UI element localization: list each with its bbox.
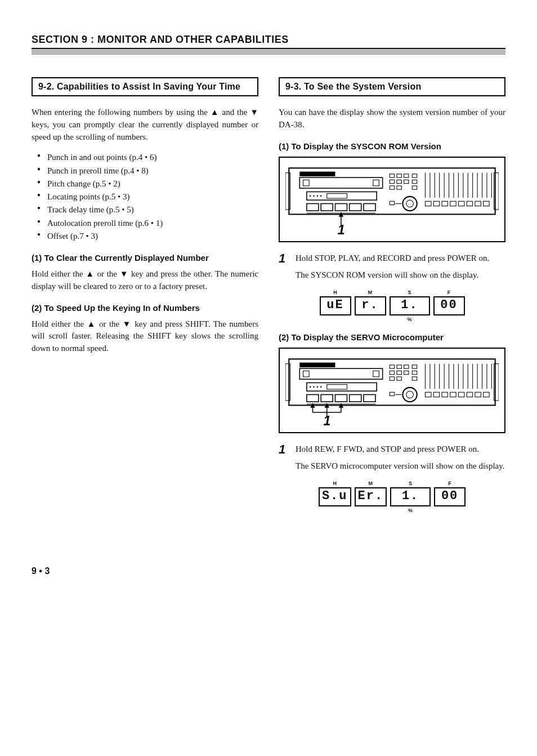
svg-point-9 bbox=[313, 195, 315, 197]
svg-rect-50 bbox=[433, 201, 440, 206]
svg-text:1: 1 bbox=[323, 413, 330, 426]
left-sub2: (2) To Speed Up the Keying In of Numbers bbox=[32, 303, 258, 313]
svg-rect-24 bbox=[397, 180, 401, 183]
step-text: Hold REW, F FWD, and STOP and press POWE… bbox=[296, 443, 479, 456]
svg-rect-27 bbox=[390, 185, 394, 189]
svg-rect-30 bbox=[390, 201, 394, 204]
svg-rect-16 bbox=[350, 203, 361, 211]
seg-m: r. bbox=[355, 296, 386, 315]
svg-rect-6 bbox=[373, 180, 379, 186]
svg-rect-83 bbox=[390, 371, 394, 374]
svg-point-32 bbox=[406, 200, 414, 207]
svg-point-10 bbox=[317, 195, 319, 197]
svg-rect-52 bbox=[450, 201, 457, 206]
svg-rect-79 bbox=[390, 364, 394, 368]
svg-rect-90 bbox=[390, 392, 394, 395]
heading-9-2: 9-2. Capabilities to Assist In Saving Yo… bbox=[32, 77, 258, 96]
svg-rect-17 bbox=[364, 203, 375, 211]
bullet-item: Autolocation preroll time (p.6 • 1) bbox=[47, 217, 258, 230]
svg-rect-81 bbox=[404, 364, 409, 368]
svg-point-11 bbox=[320, 195, 322, 197]
svg-rect-116 bbox=[484, 392, 490, 397]
svg-rect-85 bbox=[404, 371, 409, 374]
svg-rect-5 bbox=[303, 180, 310, 186]
page-number: 9 • 3 bbox=[32, 566, 505, 576]
right-column: 9-3. To See the System Version You can h… bbox=[279, 77, 505, 521]
bullet-item: Punch in preroll time (p.4 • 8) bbox=[47, 164, 258, 177]
disp-label-h: H bbox=[333, 481, 337, 486]
svg-rect-51 bbox=[442, 201, 448, 206]
right-sub2: (2) To Display the SERVO Microcomputer bbox=[279, 332, 505, 342]
svg-rect-54 bbox=[467, 201, 473, 206]
svg-rect-109 bbox=[425, 392, 431, 397]
svg-rect-13 bbox=[307, 203, 319, 211]
header-rule bbox=[32, 49, 505, 55]
left-sub1: (1) To Clear the Currently Displayed Num… bbox=[32, 253, 258, 263]
seg-s: 1. bbox=[390, 487, 431, 506]
svg-rect-88 bbox=[397, 376, 401, 380]
da38-front-panel-icon: 1 bbox=[285, 355, 499, 426]
left-column: 9-2. Capabilities to Assist In Saving Yo… bbox=[32, 77, 258, 521]
svg-rect-14 bbox=[321, 203, 333, 211]
svg-rect-64 bbox=[299, 368, 382, 379]
svg-text:1: 1 bbox=[338, 223, 345, 235]
svg-rect-87 bbox=[390, 376, 394, 380]
svg-rect-21 bbox=[404, 174, 409, 177]
bullets-list: Punch in and out points (p.4 • 6) Punch … bbox=[32, 151, 258, 243]
bullet-item: Punch in and out points (p.4 • 6) bbox=[47, 151, 258, 164]
svg-point-68 bbox=[310, 386, 311, 388]
step1-result: The SYSCON ROM version will show on the … bbox=[296, 269, 505, 282]
disp-label-f: F bbox=[448, 481, 451, 486]
svg-rect-89 bbox=[412, 376, 417, 380]
svg-rect-72 bbox=[327, 384, 347, 389]
seg-h: S.u bbox=[319, 487, 351, 506]
svg-rect-75 bbox=[335, 394, 347, 402]
svg-rect-111 bbox=[442, 392, 448, 397]
svg-rect-15 bbox=[335, 203, 347, 211]
svg-rect-56 bbox=[484, 201, 490, 206]
svg-rect-80 bbox=[397, 364, 401, 368]
svg-rect-4 bbox=[299, 177, 382, 188]
seg-h: uE bbox=[320, 296, 351, 315]
device-illustration-2: 1 bbox=[279, 348, 505, 433]
svg-rect-23 bbox=[390, 180, 394, 183]
bullet-item: Track delay time (p.5 • 5) bbox=[47, 203, 258, 216]
disp-label-m: M bbox=[369, 481, 373, 486]
svg-rect-26 bbox=[412, 180, 417, 183]
left-sub1-body: Hold either the ▲ or the ▼ key and press… bbox=[32, 268, 258, 293]
seg-f: 00 bbox=[434, 487, 466, 506]
disp-label-s: S bbox=[409, 481, 412, 486]
step2-result: The SERVO microcomputer version will sho… bbox=[296, 460, 505, 473]
bullet-item: Pitch change (p.5 • 2) bbox=[47, 177, 258, 190]
bullet-item: Locating points (p.5 • 3) bbox=[47, 190, 258, 203]
svg-point-91 bbox=[402, 387, 417, 401]
disp-label-f: F bbox=[448, 290, 451, 295]
svg-point-31 bbox=[402, 196, 417, 210]
right-sub1: (1) To Display the SYSCON ROM Version bbox=[279, 141, 505, 151]
step-text: Hold STOP, PLAY, and RECORD and press PO… bbox=[296, 252, 489, 265]
section-header: SECTION 9 : MONITOR AND OTHER CAPABILITI… bbox=[32, 34, 505, 49]
seg-f: 00 bbox=[433, 296, 465, 315]
seven-seg-display-2: HS.u MEr. S1.% F00 bbox=[279, 481, 505, 513]
svg-rect-29 bbox=[412, 185, 417, 189]
svg-rect-76 bbox=[350, 394, 361, 402]
svg-rect-110 bbox=[433, 392, 440, 397]
svg-rect-73 bbox=[307, 394, 319, 402]
svg-rect-115 bbox=[475, 392, 481, 397]
step-number: 1 bbox=[279, 252, 289, 265]
seg-s: 1. bbox=[390, 296, 430, 315]
svg-point-71 bbox=[320, 386, 322, 388]
step-1a: 1 Hold STOP, PLAY, and RECORD and press … bbox=[279, 252, 505, 265]
svg-rect-74 bbox=[321, 394, 333, 402]
seg-m: Er. bbox=[355, 487, 387, 506]
svg-rect-82 bbox=[412, 364, 417, 368]
svg-rect-86 bbox=[412, 371, 417, 374]
svg-rect-63 bbox=[299, 362, 335, 367]
svg-rect-53 bbox=[458, 201, 464, 206]
device-illustration-1: 1 bbox=[279, 157, 505, 242]
left-intro: When entering the following numbers by u… bbox=[32, 106, 258, 143]
da38-front-panel-icon: 1 bbox=[285, 164, 499, 235]
heading-9-3: 9-3. To See the System Version bbox=[279, 77, 505, 96]
svg-rect-77 bbox=[364, 394, 375, 402]
svg-rect-19 bbox=[390, 174, 394, 177]
